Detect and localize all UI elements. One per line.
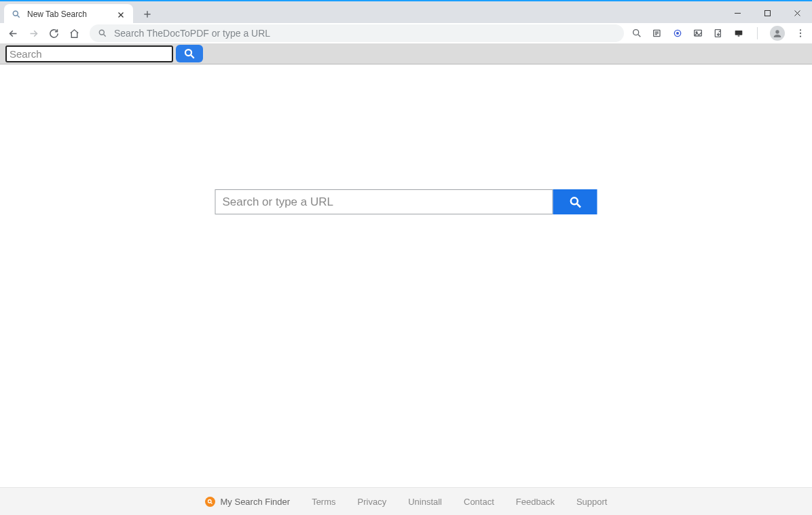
- separator: [757, 27, 758, 39]
- svg-line-13: [104, 35, 106, 37]
- image-ext-icon[interactable]: [692, 27, 704, 39]
- footer-link-support[interactable]: Support: [576, 497, 608, 507]
- titlebar: New Tab Search: [0, 0, 812, 23]
- page-content: [0, 64, 812, 487]
- svg-point-29: [800, 33, 801, 34]
- zoom-ext-icon[interactable]: [631, 27, 643, 39]
- screen-ext-icon[interactable]: [733, 27, 745, 39]
- svg-point-21: [676, 32, 679, 35]
- extension-icons: [631, 26, 808, 41]
- search-icon: [98, 28, 107, 38]
- svg-point-14: [633, 30, 639, 35]
- back-button[interactable]: [4, 24, 22, 42]
- profile-avatar[interactable]: [770, 26, 785, 41]
- svg-point-27: [775, 30, 779, 33]
- forward-button[interactable]: [24, 24, 42, 42]
- footer-link-contact[interactable]: Contact: [464, 497, 494, 507]
- svg-point-28: [800, 29, 801, 31]
- record-ext-icon[interactable]: [671, 27, 684, 39]
- svg-rect-25: [735, 31, 743, 35]
- svg-point-12: [99, 30, 104, 35]
- footer-link-uninstall[interactable]: Uninstall: [408, 497, 442, 507]
- kebab-menu-icon[interactable]: [793, 28, 808, 39]
- svg-point-31: [185, 50, 191, 56]
- close-tab-icon[interactable]: [117, 9, 126, 19]
- omnibox[interactable]: [90, 24, 624, 42]
- svg-point-33: [570, 197, 577, 204]
- footer-link-feedback[interactable]: Feedback: [516, 497, 555, 507]
- footer-brand-text: My Search Finder: [221, 497, 291, 507]
- toolbar-search-input[interactable]: [5, 45, 173, 62]
- extension-toolbar: [0, 43, 812, 64]
- svg-line-32: [191, 55, 194, 58]
- svg-line-36: [210, 502, 212, 503]
- svg-rect-7: [764, 10, 770, 16]
- magnifier-icon: [11, 9, 22, 20]
- minimize-button[interactable]: [722, 1, 752, 24]
- home-button[interactable]: [65, 24, 83, 42]
- omnibox-input[interactable]: [114, 28, 616, 39]
- center-search: [215, 189, 597, 214]
- footer-link-terms[interactable]: Terms: [312, 497, 335, 507]
- browser-tab[interactable]: New Tab Search: [4, 4, 133, 24]
- pdf-ext-icon[interactable]: [712, 27, 724, 39]
- svg-rect-26: [738, 35, 740, 36]
- svg-line-34: [577, 204, 580, 207]
- toolbar-search-button[interactable]: [176, 45, 203, 62]
- brand-logo-icon: [205, 497, 215, 507]
- reload-button[interactable]: [45, 24, 62, 42]
- svg-point-0: [13, 11, 18, 16]
- footer: My Search Finder Terms Privacy Uninstall…: [0, 487, 812, 515]
- main-search-input[interactable]: [215, 189, 553, 214]
- svg-point-30: [800, 36, 801, 37]
- footer-link-privacy[interactable]: Privacy: [358, 497, 387, 507]
- close-window-button[interactable]: [782, 1, 812, 24]
- svg-line-1: [18, 16, 20, 18]
- svg-point-35: [208, 499, 211, 503]
- news-ext-icon[interactable]: [651, 27, 663, 39]
- new-tab-button[interactable]: [139, 5, 156, 23]
- window-controls: [722, 1, 812, 24]
- browser-toolbar: [0, 23, 812, 43]
- footer-brand: My Search Finder: [205, 497, 291, 507]
- tab-title: New Tab Search: [27, 9, 117, 19]
- svg-line-15: [638, 35, 640, 37]
- maximize-button[interactable]: [752, 1, 782, 24]
- main-search-button[interactable]: [553, 189, 597, 214]
